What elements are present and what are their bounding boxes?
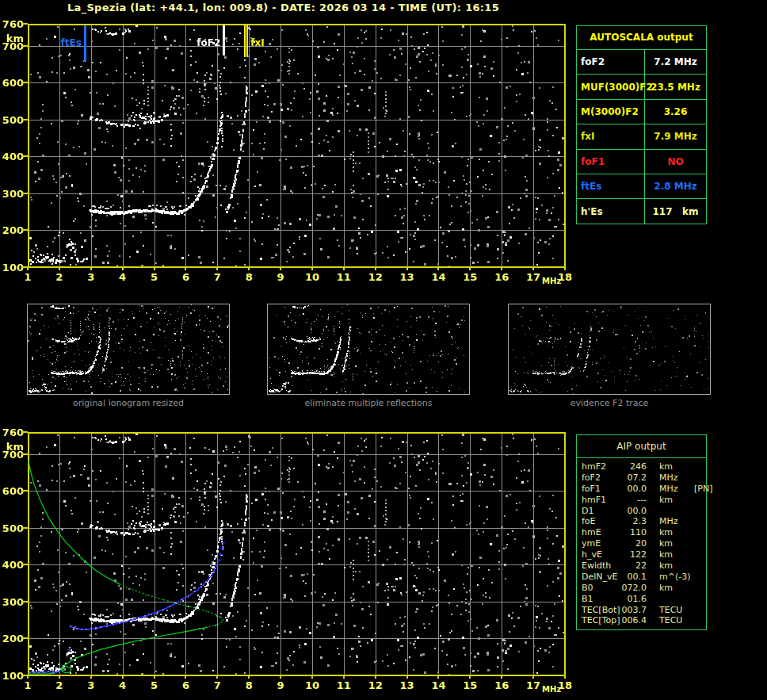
y-axis-tick-label: 760: [1, 427, 24, 438]
x-axis-tick: [532, 268, 534, 270]
x-axis-tick: [311, 676, 313, 679]
aip-output-table: AIP output hmF2246km foF207.2MHz foF100.…: [576, 434, 707, 630]
aip-row-delnve: DelN_vE00.1m^(-3): [577, 572, 706, 583]
x-axis-tick-label: 17: [525, 271, 542, 283]
y-axis-tick-label: 600: [1, 77, 24, 89]
x-axis-tick: [375, 676, 376, 679]
param-value: NO: [645, 150, 706, 174]
x-axis-tick: [437, 268, 439, 270]
param-value: 2.8 MHz: [645, 174, 706, 198]
param-label: foF1: [577, 150, 645, 174]
x-axis-tick: [343, 676, 345, 679]
x-axis-tick-label: 17: [525, 679, 542, 691]
x-axis-tick-label: 2: [51, 679, 68, 691]
x-axis-tick: [469, 268, 471, 270]
x-axis-tick: [564, 268, 566, 270]
aip-table-body: hmF2246km foF207.2MHz foF100.0MHz[PN] hm…: [577, 458, 706, 629]
thumbnail-canvas: [509, 304, 710, 394]
autoscala-output-table: AUTOSCALA output foF2 7.2 MHz MUF(3000)F…: [576, 25, 707, 224]
x-axis-tick-label: 4: [114, 679, 132, 691]
thumbnail-caption: original ionogram resized: [27, 398, 230, 408]
x-axis-tick: [501, 676, 502, 679]
x-axis-tick-label: 9: [272, 679, 289, 691]
aip-row-ewidth: Ewidth22km: [577, 560, 706, 572]
x-axis-tick: [406, 676, 408, 679]
station-title: La_Spezia (lat: +44.1, lon: 009.8) - DAT…: [67, 2, 499, 13]
x-axis-tick: [27, 268, 29, 270]
x-axis-tick-label: 16: [493, 679, 510, 691]
fxi-marker-label: fxI: [250, 37, 264, 48]
y-axis-tick-label: 400: [1, 151, 24, 163]
autoscala-row-fof2: foF2 7.2 MHz: [577, 50, 706, 75]
y-axis-tick-label: 300: [1, 188, 24, 200]
x-axis-tick: [122, 268, 124, 270]
y-axis-tick: [22, 453, 28, 455]
param-value: 117 km: [645, 199, 706, 223]
x-axis-tick: [469, 676, 471, 679]
y-axis-tick: [22, 119, 28, 120]
aip-row-foe: foE2.3MHz: [577, 516, 706, 527]
y-axis-unit-label: km: [1, 33, 24, 44]
x-axis-tick: [248, 268, 250, 270]
y-axis-tick: [22, 155, 28, 157]
aip-row-hmf2: hmF2246km: [577, 461, 706, 472]
y-axis-tick-label: 300: [1, 596, 24, 608]
aip-profile-canvas: [28, 432, 566, 676]
thumbnail-caption: evidence F2 trace: [508, 398, 711, 408]
x-axis-tick-label: 8: [240, 271, 258, 283]
y-axis-tick: [22, 45, 28, 47]
x-axis-tick-label: 15: [461, 271, 479, 283]
x-axis-tick: [311, 268, 313, 270]
thumbnail-canvas: [268, 304, 469, 394]
x-axis-tick-label: 6: [177, 271, 194, 283]
autoscala-row-fof1: foF1 NO: [577, 150, 706, 174]
y-axis-tick-label: 600: [1, 485, 24, 497]
aip-row-b1: B101.6: [577, 594, 706, 605]
aip-row-hmf1: hmF1---km: [577, 495, 706, 506]
param-value: 7.2 MHz: [645, 50, 706, 74]
x-axis-tick: [90, 268, 92, 270]
x-axis-tick: [343, 268, 345, 270]
x-axis-tick-label: 12: [367, 271, 384, 283]
ionogram-plot: ftEs foF2 fxI: [28, 24, 566, 268]
aip-row-yme: ymE20km: [577, 538, 706, 549]
y-axis-tick: [22, 637, 28, 639]
x-axis-tick-label: 12: [367, 679, 384, 691]
param-label: MUF(3000)F2: [577, 75, 645, 98]
x-axis-tick: [185, 268, 186, 270]
aip-row-fof2: foF207.2MHz: [577, 472, 706, 484]
x-axis-unit-label: MHz: [542, 277, 561, 285]
ftes-marker-label: ftEs: [50, 37, 82, 48]
x-axis-tick-label: 2: [51, 271, 68, 283]
x-axis-tick-label: 5: [146, 271, 163, 283]
x-axis-tick-label: 13: [399, 679, 416, 691]
x-axis-tick: [280, 268, 281, 270]
aip-row-hme: hmE110km: [577, 527, 706, 538]
x-axis-tick: [501, 268, 502, 270]
param-label: M(3000)F2: [577, 100, 645, 124]
y-axis-tick: [22, 82, 28, 83]
x-axis-tick: [154, 676, 155, 679]
param-value: 23.5 MHz: [645, 75, 706, 98]
x-axis-tick: [280, 676, 281, 679]
y-axis-tick: [22, 601, 28, 602]
thumbnail-canvas: [28, 304, 229, 394]
aip-profile-plot: [28, 432, 566, 676]
ionogram-canvas: [28, 24, 566, 268]
x-axis-tick-label: 1: [19, 271, 36, 283]
x-axis-tick: [154, 268, 155, 270]
x-axis-tick: [532, 676, 534, 679]
autoscala-row-fxi: fxI 7.9 MHz: [577, 124, 706, 149]
x-axis-tick: [59, 268, 60, 270]
y-axis-tick-label: 500: [1, 114, 24, 126]
y-axis-tick: [22, 490, 28, 492]
y-axis-tick: [22, 527, 28, 529]
aip-row-fof1: foF100.0MHz[PN]: [577, 484, 706, 495]
x-axis-tick-label: 7: [208, 679, 226, 691]
x-axis-tick: [375, 268, 376, 270]
x-axis-tick-label: 10: [303, 679, 321, 691]
autoscala-row-hes: h'Es 117 km: [577, 199, 706, 223]
param-label: ftEs: [577, 174, 645, 198]
autoscala-row-ftes: ftEs 2.8 MHz: [577, 174, 706, 199]
x-axis-tick: [564, 676, 566, 679]
